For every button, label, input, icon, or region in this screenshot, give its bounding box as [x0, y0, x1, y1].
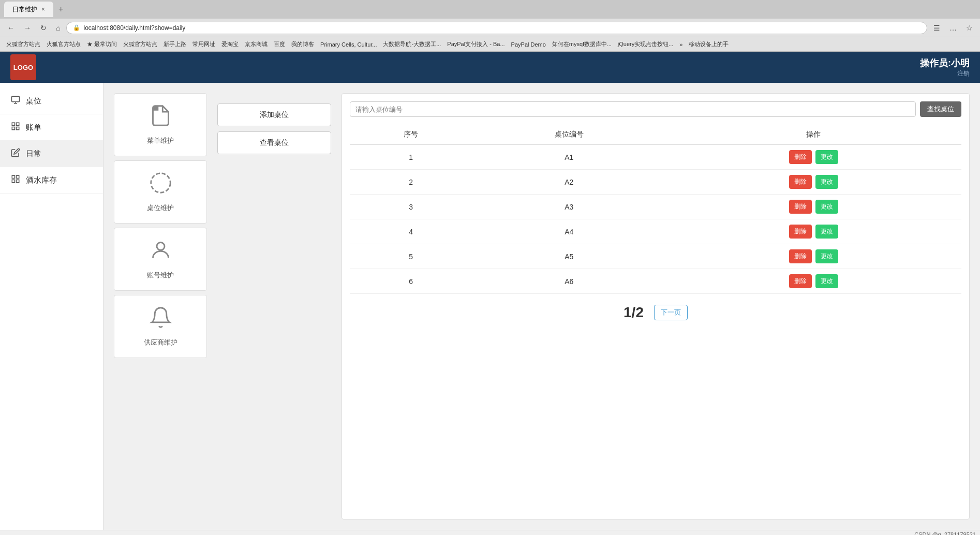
row-number: A3 — [472, 195, 666, 219]
delete-button[interactable]: 删除 — [789, 249, 812, 263]
view-table-button[interactable]: 查看桌位 — [217, 131, 331, 154]
tab-title: 日常维护 — [12, 5, 37, 14]
sidebar-item-tables[interactable]: 桌位 — [0, 88, 103, 114]
table-row: 6 A6 删除 更改 — [350, 269, 961, 294]
col-header-actions: 操作 — [666, 125, 961, 145]
row-actions: 删除 更改 — [666, 244, 961, 269]
row-actions: 删除 更改 — [666, 145, 961, 170]
supplier-maintenance-label: 供应商维护 — [144, 338, 177, 347]
address-text: localhost:8080/daily.html?show=daily — [83, 24, 185, 32]
svg-rect-7 — [12, 175, 14, 178]
bookmark-mobile[interactable]: 移动设备上的手 — [687, 39, 731, 49]
row-id: 1 — [350, 145, 472, 170]
bookmark-7[interactable]: 爱淘宝 — [219, 39, 241, 49]
table: 序号 桌位编号 操作 1 A1 删除 更改 2 A2 删除 更改 3 — [350, 125, 961, 294]
svg-point-12 — [157, 243, 165, 250]
bookmark-9[interactable]: 百度 — [272, 39, 287, 49]
bookmark-3[interactable]: ★ 最常访问 — [85, 39, 119, 49]
delete-button[interactable]: 删除 — [789, 274, 812, 288]
sidebar-item-bills[interactable]: 账单 — [0, 114, 103, 141]
refresh-button[interactable]: ↻ — [37, 23, 50, 33]
status-bar: CSDN @q_2781179521 — [0, 530, 980, 535]
circle-dash-icon — [149, 171, 172, 199]
bookmark-6[interactable]: 常用网址 — [190, 39, 217, 49]
address-bar[interactable]: 🔒 localhost:8080/daily.html?show=daily — [66, 22, 927, 34]
edit-icon — [10, 148, 21, 159]
search-button[interactable]: 查找桌位 — [920, 101, 961, 117]
more-button[interactable]: … — [946, 23, 960, 33]
next-page-button[interactable]: 下一页 — [654, 305, 688, 320]
add-table-button[interactable]: 添加桌位 — [217, 103, 331, 126]
bookmark-1[interactable]: 火狐官方站点 — [4, 39, 42, 49]
menu-maintenance-card[interactable]: 菜单维护 — [114, 93, 207, 156]
svg-rect-3 — [12, 123, 14, 125]
col-header-number: 桌位编号 — [472, 125, 666, 145]
inventory-icon — [10, 174, 21, 186]
account-maintenance-card[interactable]: 账号维护 — [114, 228, 207, 291]
bookmark-14[interactable]: PayPal Demo — [509, 40, 548, 49]
bell-icon — [149, 306, 172, 334]
row-id: 6 — [350, 269, 472, 294]
row-id: 2 — [350, 170, 472, 195]
bookmark-2[interactable]: 火狐官方站点 — [44, 39, 83, 49]
new-tab-button[interactable]: + — [55, 5, 66, 14]
bookmark-5[interactable]: 新手上路 — [161, 39, 188, 49]
edit-button[interactable]: 更改 — [815, 150, 838, 164]
sidebar-label-inventory: 酒水库存 — [26, 175, 57, 185]
page-info: 1/2 — [623, 304, 644, 321]
app-header: LOGO 操作员:小明 注销 — [0, 52, 980, 83]
sidebar-item-inventory[interactable]: 酒水库存 — [0, 167, 103, 194]
table-row: 5 A5 删除 更改 — [350, 244, 961, 269]
delete-button[interactable]: 删除 — [789, 225, 812, 239]
bookmark-button[interactable]: ☆ — [963, 23, 976, 33]
bookmark-4[interactable]: 火狐官方站点 — [121, 39, 159, 49]
search-input[interactable] — [350, 101, 916, 117]
content-area: 菜单维护 桌位维护 账号维护 — [103, 83, 980, 530]
monitor-icon — [10, 95, 21, 107]
supplier-maintenance-card[interactable]: 供应商维护 — [114, 295, 207, 358]
bookmark-13[interactable]: PayPal支付接入 - Ba... — [445, 39, 507, 49]
user-info: 操作员:小明 注销 — [920, 57, 970, 78]
status-text: CSDN @q_2781179521 — [914, 531, 976, 535]
forward-button[interactable]: → — [21, 23, 34, 33]
table-row: 2 A2 删除 更改 — [350, 170, 961, 195]
delete-button[interactable]: 删除 — [789, 200, 812, 214]
row-id: 5 — [350, 244, 472, 269]
bookmark-16[interactable]: jQuery实现点击按钮... — [616, 39, 676, 49]
svg-rect-10 — [17, 180, 19, 183]
sidebar-item-daily[interactable]: 日常 — [0, 141, 103, 167]
edit-button[interactable]: 更改 — [815, 249, 838, 263]
home-button[interactable]: ⌂ — [53, 23, 63, 33]
delete-button[interactable]: 删除 — [789, 150, 812, 164]
delete-button[interactable]: 删除 — [789, 175, 812, 189]
row-id: 3 — [350, 195, 472, 219]
bookmark-11[interactable]: Primary Cells, Cultur... — [318, 40, 379, 49]
edit-button[interactable]: 更改 — [815, 225, 838, 239]
bookmark-8[interactable]: 京东商城 — [243, 39, 270, 49]
extensions-button[interactable]: ☰ — [930, 23, 943, 33]
bookmark-12[interactable]: 大数据导航-大数据工... — [381, 39, 443, 49]
edit-button[interactable]: 更改 — [815, 175, 838, 189]
back-button[interactable]: ← — [4, 23, 18, 33]
edit-button[interactable]: 更改 — [815, 274, 838, 288]
svg-rect-4 — [17, 123, 19, 125]
row-id: 4 — [350, 219, 472, 244]
bookmark-more[interactable]: » — [677, 40, 685, 49]
bookmarks-bar: 火狐官方站点 火狐官方站点 ★ 最常访问 火狐官方站点 新手上路 常用网址 爱淘… — [0, 37, 980, 52]
browser-chrome: 日常维护 × + ← → ↻ ⌂ 🔒 localhost:8080/daily.… — [0, 0, 980, 52]
document-icon — [149, 104, 172, 132]
tab-close-button[interactable]: × — [41, 6, 45, 13]
tab-bar: 日常维护 × + — [0, 0, 980, 19]
edit-button[interactable]: 更改 — [815, 200, 838, 214]
logout-button[interactable]: 注销 — [920, 69, 970, 78]
app-logo: LOGO — [10, 54, 36, 80]
grid-icon — [10, 122, 21, 133]
browser-tab[interactable]: 日常维护 × — [4, 2, 53, 17]
sidebar-label-daily: 日常 — [26, 149, 41, 159]
row-actions: 删除 更改 — [666, 269, 961, 294]
bookmark-10[interactable]: 我的博客 — [289, 39, 316, 49]
table-row: 1 A1 删除 更改 — [350, 145, 961, 170]
bookmark-15[interactable]: 知何在mysql数据库中... — [550, 39, 614, 49]
table-maintenance-card[interactable]: 桌位维护 — [114, 160, 207, 224]
account-maintenance-label: 账号维护 — [147, 271, 174, 280]
